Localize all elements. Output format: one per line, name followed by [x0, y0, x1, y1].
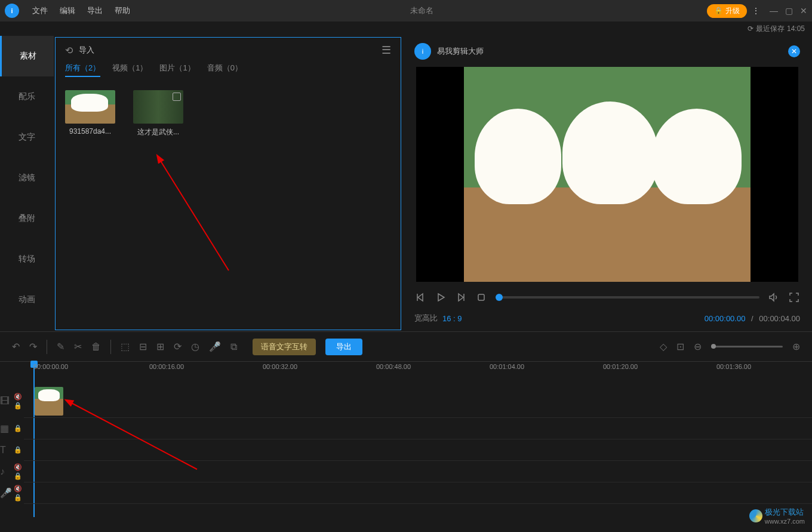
watermark-text: 极光下载站 — [765, 507, 805, 518]
tab-all[interactable]: 所有（2） — [65, 63, 100, 77]
media-item-1[interactable]: 931587da4... — [65, 90, 115, 137]
pip-icon[interactable]: ⧉ — [230, 342, 237, 352]
voice-convert-button[interactable]: 语音文字互转 — [253, 339, 316, 355]
timeline-toolbar: ↶ ↷ ✎ ✂ 🗑 ⬚ ⊟ ⊞ ⟳ ◷ 🎤 ⧉ 语音文字互转 导出 ◇ ⊡ ⊖ … — [0, 331, 812, 361]
brand-name: 易我剪辑大师 — [437, 46, 484, 57]
speed-icon[interactable]: ◷ — [191, 341, 199, 352]
time-current: 00:00:00.00 — [705, 314, 746, 323]
ruler-mark: 00:00:16.00 — [149, 363, 184, 370]
media-item-2-label: 这才是武侠... — [133, 127, 183, 137]
crop-icon[interactable]: ⬚ — [121, 341, 130, 352]
prev-frame-button[interactable] — [414, 291, 426, 303]
lock-icon[interactable]: 🔒 — [14, 446, 22, 454]
mute-icon[interactable]: 🔇 — [14, 485, 22, 493]
progress-bar[interactable] — [496, 296, 759, 299]
upgrade-button[interactable]: 🔒 升级 — [707, 4, 747, 18]
audio-track-icon: ♪ — [0, 466, 5, 477]
ruler-mark: 00:01:20.00 — [603, 363, 638, 370]
video-track[interactable]: 🎞 🔇🔒 — [24, 385, 812, 418]
sidebar-tab-animation[interactable]: 动画 — [0, 279, 54, 320]
timeline-ruler[interactable]: 00:00:00.00 00:00:16.00 00:00:32.00 00:0… — [0, 362, 812, 385]
media-item-2[interactable]: 这才是武侠... — [133, 90, 183, 137]
minimize-button[interactable]: — — [770, 6, 778, 16]
sidebar-tab-music[interactable]: 配乐 — [0, 76, 54, 117]
marker-icon[interactable]: ◇ — [660, 341, 667, 352]
refresh-icon[interactable]: ⟲ — [65, 45, 73, 56]
tab-image[interactable]: 图片（1） — [159, 63, 195, 77]
aspect-value[interactable]: 16 : 9 — [442, 314, 462, 323]
export-button[interactable]: 导出 — [325, 339, 362, 355]
last-save-time: 14:05 — [787, 24, 805, 33]
app-logo-icon: i — [5, 4, 19, 18]
project-title: 未命名 — [136, 5, 707, 16]
media-item-1-label: 931587da4... — [65, 127, 115, 136]
lock-icon[interactable]: 🔒 — [14, 494, 22, 502]
redo-icon[interactable]: ↷ — [29, 341, 37, 352]
ruler-mark: 00:01:36.00 — [716, 363, 751, 370]
svg-rect-3 — [478, 294, 484, 300]
menu-file[interactable]: 文件 — [26, 5, 54, 16]
rotate-icon[interactable]: ⟳ — [174, 341, 182, 352]
zoom-out-icon[interactable]: ⊖ — [694, 341, 702, 352]
svg-line-0 — [160, 160, 229, 270]
fit-icon[interactable]: ⊡ — [676, 341, 684, 352]
preview-video[interactable] — [416, 67, 798, 282]
video-clip[interactable] — [35, 387, 63, 416]
sidebar-tab-media[interactable]: 素材 — [0, 36, 54, 76]
list-view-icon[interactable]: ☰ — [382, 44, 391, 57]
menu-edit[interactable]: 编辑 — [54, 5, 81, 16]
zoom-in-icon[interactable]: ⊕ — [792, 341, 800, 352]
menu-help[interactable]: 帮助 — [109, 5, 136, 16]
title-bar: i 文件 编辑 导出 帮助 未命名 🔒 升级 ⋮ — ▢ ✕ — [0, 0, 812, 21]
annotation-arrow-1 — [157, 157, 235, 276]
ruler-mark: 00:01:04.00 — [490, 363, 524, 370]
mute-icon[interactable]: 🔇 — [14, 463, 22, 471]
menu-export[interactable]: 导出 — [81, 5, 109, 16]
brand-logo-icon: i — [414, 43, 431, 60]
volume-icon[interactable] — [768, 291, 780, 303]
play-button[interactable] — [435, 291, 447, 303]
tab-video[interactable]: 视频（1） — [112, 63, 147, 77]
thumbnail-2 — [133, 90, 183, 124]
voice-icon[interactable]: 🎤 — [209, 341, 221, 352]
lock-icon[interactable]: 🔒 — [14, 472, 22, 480]
sidebar-tab-filter[interactable]: 滤镜 — [0, 158, 54, 198]
more-icon[interactable]: ⋮ — [752, 6, 760, 16]
stop-button[interactable] — [475, 291, 487, 303]
preview-close-button[interactable]: ✕ — [788, 45, 800, 57]
undo-icon[interactable]: ↶ — [12, 341, 20, 352]
last-save-label: 最近保存 — [756, 24, 785, 34]
split-icon[interactable]: ⊟ — [139, 341, 147, 352]
sidebar-tab-overlay[interactable]: 叠附 — [0, 198, 54, 239]
tab-audio[interactable]: 音频（0） — [207, 63, 242, 77]
delete-icon[interactable]: 🗑 — [91, 342, 101, 352]
maximize-button[interactable]: ▢ — [785, 6, 793, 16]
sidebar-tab-transition[interactable]: 转场 — [0, 239, 54, 279]
sidebar-tab-text[interactable]: 文字 — [0, 117, 54, 158]
zoom-slider[interactable] — [711, 346, 783, 348]
cut-icon[interactable]: ✂ — [74, 341, 82, 352]
edit-icon[interactable]: ✎ — [57, 341, 64, 352]
left-sidebar: 素材 配乐 文字 滤镜 叠附 转场 动画 — [0, 36, 54, 331]
pip-track[interactable]: ▦ 🔒 — [24, 418, 812, 439]
fullscreen-icon[interactable] — [788, 291, 800, 303]
text-track-icon: T — [0, 445, 6, 456]
aspect-label: 宽高比 — [414, 313, 438, 324]
ruler-mark: 00:00:48.00 — [376, 363, 411, 370]
ruler-mark: 00:00:32.00 — [263, 363, 297, 370]
preview-panel: i 易我剪辑大师 ✕ 宽高比 16 : 9 00:00:00.00 / 00:0… — [402, 36, 812, 331]
close-button[interactable]: ✕ — [800, 6, 807, 16]
mute-icon[interactable]: 🔇 — [14, 393, 22, 401]
next-frame-button[interactable] — [455, 291, 467, 303]
lock-icon[interactable]: 🔒 — [14, 402, 22, 410]
progress-handle[interactable] — [496, 294, 503, 301]
audio-track[interactable]: ♪ 🔇🔒 — [24, 461, 812, 482]
lock-icon[interactable]: 🔒 — [14, 425, 22, 432]
import-button[interactable]: 导入 — [79, 45, 94, 56]
voice-track[interactable]: 🎤 🔇🔒 — [24, 482, 812, 504]
text-track[interactable]: T 🔒 — [24, 439, 812, 461]
mosaic-icon[interactable]: ⊞ — [156, 341, 164, 352]
watermark: 极光下载站 www.xz7.com — [749, 507, 805, 525]
thumbnail-1 — [65, 90, 115, 124]
media-panel: ⟲ 导入 ☰ 所有（2） 视频（1） 图片（1） 音频（0） 931587da4… — [55, 37, 401, 330]
